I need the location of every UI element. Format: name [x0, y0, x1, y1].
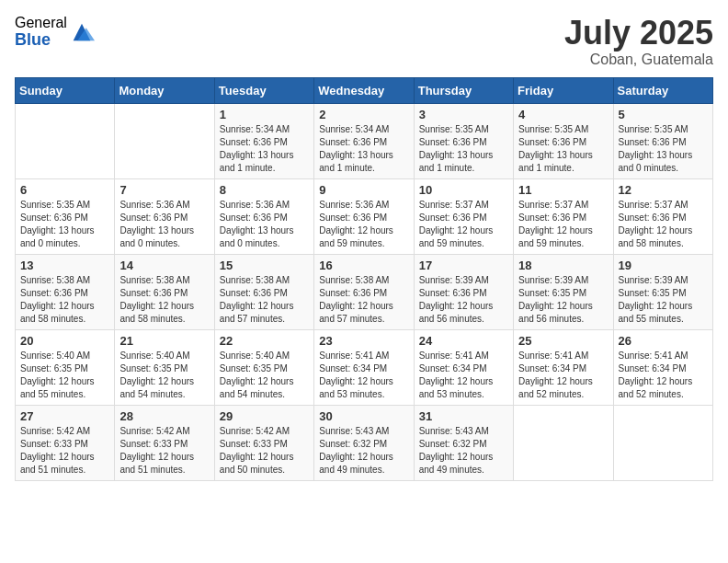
- calendar-cell: 8Sunrise: 5:36 AM Sunset: 6:36 PM Daylig…: [214, 178, 313, 254]
- calendar-cell: 20Sunrise: 5:40 AM Sunset: 6:35 PM Dayli…: [16, 329, 115, 405]
- day-number: 14: [119, 259, 209, 272]
- day-number: 24: [419, 334, 508, 348]
- title-block: July 2025 Coban, Guatemala: [564, 15, 713, 68]
- day-info: Sunrise: 5:38 AM Sunset: 6:36 PM Dayligh…: [20, 274, 109, 326]
- day-number: 3: [419, 108, 508, 121]
- col-sunday: Sunday: [16, 77, 115, 103]
- day-info: Sunrise: 5:37 AM Sunset: 6:36 PM Dayligh…: [518, 199, 608, 250]
- day-info: Sunrise: 5:40 AM Sunset: 6:35 PM Dayligh…: [220, 350, 309, 401]
- day-info: Sunrise: 5:37 AM Sunset: 6:36 PM Dayligh…: [419, 199, 508, 250]
- calendar-cell: 11Sunrise: 5:37 AM Sunset: 6:36 PM Dayli…: [514, 178, 613, 254]
- day-info: Sunrise: 5:41 AM Sunset: 6:34 PM Dayligh…: [518, 350, 608, 401]
- header-row: Sunday Monday Tuesday Wednesday Thursday…: [16, 77, 713, 103]
- calendar-cell: [115, 103, 214, 178]
- day-info: Sunrise: 5:43 AM Sunset: 6:32 PM Dayligh…: [319, 425, 408, 477]
- calendar-cell: 5Sunrise: 5:35 AM Sunset: 6:36 PM Daylig…: [613, 103, 712, 178]
- day-info: Sunrise: 5:38 AM Sunset: 6:36 PM Dayligh…: [319, 274, 408, 326]
- logo: General Blue: [15, 15, 95, 49]
- calendar-subtitle: Coban, Guatemala: [564, 52, 713, 68]
- day-number: 18: [518, 259, 608, 272]
- day-number: 17: [419, 259, 508, 272]
- day-number: 6: [20, 183, 109, 197]
- calendar-cell: 13Sunrise: 5:38 AM Sunset: 6:36 PM Dayli…: [16, 254, 115, 329]
- day-info: Sunrise: 5:36 AM Sunset: 6:36 PM Dayligh…: [319, 199, 408, 250]
- calendar-week-5: 27Sunrise: 5:42 AM Sunset: 6:33 PM Dayli…: [16, 405, 713, 480]
- calendar-cell: 31Sunrise: 5:43 AM Sunset: 6:32 PM Dayli…: [414, 405, 513, 480]
- day-info: Sunrise: 5:34 AM Sunset: 6:36 PM Dayligh…: [220, 123, 309, 175]
- calendar-cell: 28Sunrise: 5:42 AM Sunset: 6:33 PM Dayli…: [115, 405, 214, 480]
- day-number: 29: [220, 409, 309, 423]
- calendar-cell: 25Sunrise: 5:41 AM Sunset: 6:34 PM Dayli…: [514, 329, 613, 405]
- day-number: 13: [20, 259, 109, 272]
- day-info: Sunrise: 5:38 AM Sunset: 6:36 PM Dayligh…: [119, 274, 209, 326]
- day-info: Sunrise: 5:36 AM Sunset: 6:36 PM Dayligh…: [220, 199, 309, 250]
- calendar-cell: 22Sunrise: 5:40 AM Sunset: 6:35 PM Dayli…: [214, 329, 313, 405]
- day-info: Sunrise: 5:39 AM Sunset: 6:35 PM Dayligh…: [518, 274, 608, 326]
- calendar-week-1: 1Sunrise: 5:34 AM Sunset: 6:36 PM Daylig…: [16, 103, 713, 178]
- calendar-week-2: 6Sunrise: 5:35 AM Sunset: 6:36 PM Daylig…: [16, 178, 713, 254]
- day-info: Sunrise: 5:42 AM Sunset: 6:33 PM Dayligh…: [220, 425, 309, 477]
- day-number: 10: [419, 183, 508, 197]
- day-info: Sunrise: 5:40 AM Sunset: 6:35 PM Dayligh…: [119, 350, 209, 401]
- col-tuesday: Tuesday: [214, 77, 313, 103]
- calendar-cell: 30Sunrise: 5:43 AM Sunset: 6:32 PM Dayli…: [314, 405, 414, 480]
- logo-text: General Blue: [15, 15, 67, 49]
- day-number: 23: [319, 334, 408, 348]
- day-info: Sunrise: 5:41 AM Sunset: 6:34 PM Dayligh…: [419, 350, 508, 401]
- col-wednesday: Wednesday: [314, 77, 414, 103]
- day-number: 19: [619, 259, 708, 272]
- day-number: 16: [319, 259, 408, 272]
- calendar-cell: 29Sunrise: 5:42 AM Sunset: 6:33 PM Dayli…: [214, 405, 313, 480]
- day-number: 31: [419, 409, 508, 423]
- logo-blue: Blue: [15, 31, 67, 50]
- col-saturday: Saturday: [613, 77, 712, 103]
- calendar-cell: [613, 405, 712, 480]
- calendar-cell: 6Sunrise: 5:35 AM Sunset: 6:36 PM Daylig…: [16, 178, 115, 254]
- page-header: General Blue July 2025 Coban, Guatemala: [15, 15, 713, 68]
- day-info: Sunrise: 5:42 AM Sunset: 6:33 PM Dayligh…: [119, 425, 209, 477]
- day-info: Sunrise: 5:39 AM Sunset: 6:35 PM Dayligh…: [619, 274, 708, 326]
- day-number: 26: [619, 334, 708, 348]
- day-info: Sunrise: 5:43 AM Sunset: 6:32 PM Dayligh…: [419, 425, 508, 477]
- calendar-week-4: 20Sunrise: 5:40 AM Sunset: 6:35 PM Dayli…: [16, 329, 713, 405]
- day-number: 15: [220, 259, 309, 272]
- calendar-cell: 1Sunrise: 5:34 AM Sunset: 6:36 PM Daylig…: [214, 103, 313, 178]
- day-info: Sunrise: 5:35 AM Sunset: 6:36 PM Dayligh…: [518, 123, 608, 175]
- day-info: Sunrise: 5:36 AM Sunset: 6:36 PM Dayligh…: [119, 199, 209, 250]
- calendar-cell: 9Sunrise: 5:36 AM Sunset: 6:36 PM Daylig…: [314, 178, 414, 254]
- day-number: 9: [319, 183, 408, 197]
- calendar-week-3: 13Sunrise: 5:38 AM Sunset: 6:36 PM Dayli…: [16, 254, 713, 329]
- calendar-cell: 2Sunrise: 5:34 AM Sunset: 6:36 PM Daylig…: [314, 103, 414, 178]
- day-number: 30: [319, 409, 408, 423]
- day-number: 8: [220, 183, 309, 197]
- col-friday: Friday: [514, 77, 613, 103]
- day-number: 28: [119, 409, 209, 423]
- day-number: 20: [20, 334, 109, 348]
- logo-general: General: [15, 15, 67, 31]
- calendar-cell: 26Sunrise: 5:41 AM Sunset: 6:34 PM Dayli…: [613, 329, 712, 405]
- logo-icon: [69, 19, 95, 45]
- day-info: Sunrise: 5:41 AM Sunset: 6:34 PM Dayligh…: [319, 350, 408, 401]
- day-number: 2: [319, 108, 408, 121]
- col-thursday: Thursday: [414, 77, 513, 103]
- day-number: 27: [20, 409, 109, 423]
- calendar-cell: 16Sunrise: 5:38 AM Sunset: 6:36 PM Dayli…: [314, 254, 414, 329]
- calendar-cell: 12Sunrise: 5:37 AM Sunset: 6:36 PM Dayli…: [613, 178, 712, 254]
- calendar-cell: 7Sunrise: 5:36 AM Sunset: 6:36 PM Daylig…: [115, 178, 214, 254]
- calendar-title: July 2025: [564, 15, 713, 52]
- day-info: Sunrise: 5:42 AM Sunset: 6:33 PM Dayligh…: [20, 425, 109, 477]
- calendar-cell: [514, 405, 613, 480]
- calendar-body: 1Sunrise: 5:34 AM Sunset: 6:36 PM Daylig…: [16, 103, 713, 480]
- day-info: Sunrise: 5:34 AM Sunset: 6:36 PM Dayligh…: [319, 123, 408, 175]
- day-number: 12: [619, 183, 708, 197]
- calendar-cell: 18Sunrise: 5:39 AM Sunset: 6:35 PM Dayli…: [514, 254, 613, 329]
- day-info: Sunrise: 5:37 AM Sunset: 6:36 PM Dayligh…: [619, 199, 708, 250]
- day-number: 5: [619, 108, 708, 121]
- day-info: Sunrise: 5:39 AM Sunset: 6:36 PM Dayligh…: [419, 274, 508, 326]
- day-number: 1: [220, 108, 309, 121]
- day-number: 21: [119, 334, 209, 348]
- day-info: Sunrise: 5:35 AM Sunset: 6:36 PM Dayligh…: [619, 123, 708, 175]
- calendar-cell: 14Sunrise: 5:38 AM Sunset: 6:36 PM Dayli…: [115, 254, 214, 329]
- calendar-cell: 27Sunrise: 5:42 AM Sunset: 6:33 PM Dayli…: [16, 405, 115, 480]
- col-monday: Monday: [115, 77, 214, 103]
